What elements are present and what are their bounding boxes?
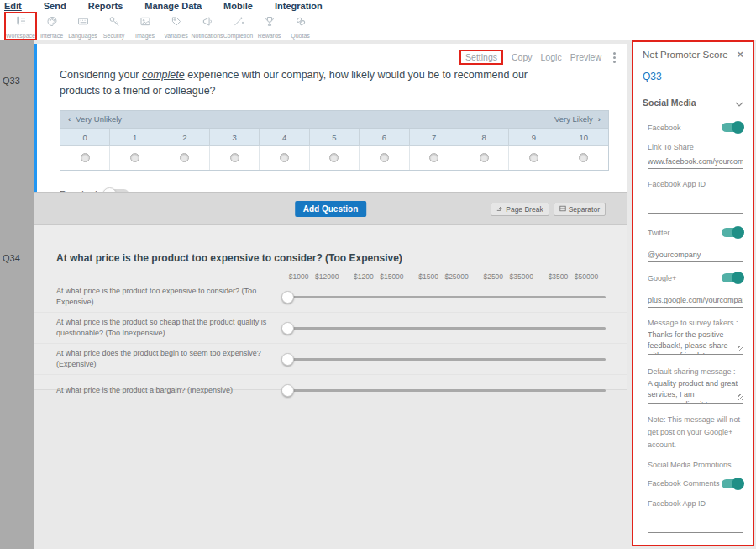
google-plus-toggle[interactable] <box>722 273 743 282</box>
slider-row-label: At what price does the product begin to … <box>56 348 281 369</box>
edit-toolbar: Workspace Interface Languages Security I… <box>0 13 756 40</box>
q33-question-text[interactable]: Considering your complete experience wit… <box>60 67 569 100</box>
slider-thumb[interactable] <box>281 353 294 366</box>
toolbar-interface-label: Interface <box>40 33 63 39</box>
link-to-share-label: Link To Share <box>648 143 743 151</box>
separator-button[interactable]: Separator <box>554 203 606 216</box>
panel-title: Net Promoter Score <box>643 50 728 60</box>
chain-links-icon <box>294 15 307 31</box>
default-sharing-message-textarea[interactable]: A quality product and great services, I … <box>648 378 743 404</box>
scale-point-9: 9 <box>509 129 559 146</box>
menu-integration[interactable]: Integration <box>275 0 323 13</box>
radio-0[interactable] <box>81 153 90 162</box>
more-options-icon[interactable] <box>610 50 619 65</box>
slider-row-expensive: At what price does the product begin to … <box>34 343 627 374</box>
facebook-comments-label: Facebook Comments <box>648 479 720 488</box>
toolbar-rewards[interactable]: Rewards <box>254 13 285 40</box>
slider-thumb[interactable] <box>281 322 294 335</box>
slider-thumb[interactable] <box>281 384 294 397</box>
nps-radio-row <box>60 146 608 170</box>
copy-button[interactable]: Copy <box>512 52 533 62</box>
message-to-survey-takers-textarea[interactable]: Thanks for the positive feedback!, pleas… <box>648 330 743 355</box>
slider-thumb[interactable] <box>281 291 294 304</box>
magic-wand-icon <box>232 15 245 31</box>
price-range-headers: $1000 - $12000 $1200 - $15000 $1500 - $2… <box>281 272 606 281</box>
separator-icon <box>559 205 566 214</box>
close-icon[interactable]: × <box>737 50 743 59</box>
scale-point-2: 2 <box>160 129 210 146</box>
twitter-handle-input[interactable] <box>648 249 743 262</box>
toolbar-notifications[interactable]: Notifications <box>192 13 223 40</box>
palette-icon <box>45 15 59 31</box>
resize-grip-icon[interactable] <box>738 394 743 400</box>
panel-question-id: Q33 <box>643 71 743 82</box>
scale-right-arrow-icon[interactable]: › <box>598 114 601 124</box>
radio-9[interactable] <box>529 153 538 162</box>
key-icon <box>108 15 121 31</box>
toolbar-rewards-label: Rewards <box>258 33 281 39</box>
radio-8[interactable] <box>480 153 489 162</box>
settings-button[interactable]: Settings <box>459 50 503 65</box>
radio-4[interactable] <box>280 153 289 162</box>
facebook-app-id-2-input[interactable] <box>648 520 743 533</box>
google-plus-link-input[interactable] <box>648 294 743 308</box>
logic-button[interactable]: Logic <box>541 52 562 62</box>
toolbar-quotas[interactable]: Quotas <box>285 13 316 40</box>
menu-reports[interactable]: Reports <box>88 0 123 13</box>
toolbar-completion[interactable]: Completion <box>223 13 254 40</box>
resize-grip-icon[interactable] <box>738 346 743 351</box>
radio-10[interactable] <box>579 153 588 162</box>
price-range-5: $3500 - $50000 <box>541 272 606 281</box>
page-break-button[interactable]: Page Break <box>491 203 549 216</box>
radio-6[interactable] <box>380 153 389 162</box>
radio-5[interactable] <box>329 153 339 162</box>
slider-row-too-expensive: At what price is the product too expensi… <box>34 281 627 312</box>
radio-3[interactable] <box>230 153 239 162</box>
facebook-app-id-input[interactable] <box>648 200 743 214</box>
scale-left-arrow-icon[interactable]: ‹ <box>68 114 71 124</box>
radio-1[interactable] <box>130 153 139 162</box>
add-question-button[interactable]: Add Question <box>295 201 367 217</box>
menu-mobile[interactable]: Mobile <box>223 0 253 13</box>
facebook-app-id-label: Facebook App ID <box>648 180 743 188</box>
question-number-gutter: Q33 Q34 <box>0 40 34 549</box>
q34-number-label: Q34 <box>3 253 20 263</box>
facebook-link-input[interactable] <box>648 156 743 169</box>
price-slider-too-expensive[interactable] <box>281 288 606 305</box>
scale-left-label: Very Unlikely <box>76 114 122 124</box>
menu-edit[interactable]: Edit <box>4 0 22 13</box>
toolbar-interface[interactable]: Interface <box>36 13 67 40</box>
toolbar-languages[interactable]: Languages <box>67 13 98 40</box>
price-slider-inexpensive[interactable] <box>281 382 606 399</box>
menu-send[interactable]: Send <box>44 0 66 13</box>
comment-on-url-label: Comment On URL <box>648 545 743 546</box>
separator-label: Separator <box>569 205 600 214</box>
toolbar-variables-label: Variables <box>164 33 188 39</box>
trophy-icon <box>263 15 276 31</box>
facebook-label: Facebook <box>648 124 681 132</box>
radio-2[interactable] <box>180 153 189 162</box>
google-plus-note: Note: This message will not get post on … <box>643 414 743 451</box>
slider-row-label: At what price is the product too expensi… <box>56 286 281 307</box>
add-question-bar: Add Question Page Break Separator <box>34 192 627 225</box>
price-slider-expensive[interactable] <box>281 351 606 367</box>
toolbar-variables[interactable]: Variables <box>160 13 192 40</box>
toolbar-languages-label: Languages <box>68 33 97 39</box>
scale-point-7: 7 <box>410 129 459 146</box>
radio-7[interactable] <box>429 153 438 162</box>
message-to-survey-takers-label: Message to survey takers : <box>648 319 743 327</box>
twitter-toggle[interactable] <box>722 228 743 237</box>
facebook-toggle[interactable] <box>722 123 743 132</box>
preview-button[interactable]: Preview <box>570 52 601 62</box>
social-media-section-header[interactable]: Social Media <box>643 95 743 110</box>
toolbar-workspace-label: Workspace <box>6 33 35 39</box>
facebook-comments-toggle[interactable] <box>722 479 743 488</box>
q34-question-text[interactable]: At what price is the product too expensi… <box>56 252 606 264</box>
toolbar-security[interactable]: Security <box>98 13 129 40</box>
price-range-4: $2500 - $35000 <box>476 272 541 281</box>
menu-manage-data[interactable]: Manage Data <box>144 0 202 13</box>
price-slider-too-inexpensive[interactable] <box>281 319 606 336</box>
toolbar-images[interactable]: Images <box>129 13 160 40</box>
price-range-2: $1200 - $15000 <box>346 272 411 281</box>
toolbar-workspace[interactable]: Workspace <box>5 13 36 40</box>
